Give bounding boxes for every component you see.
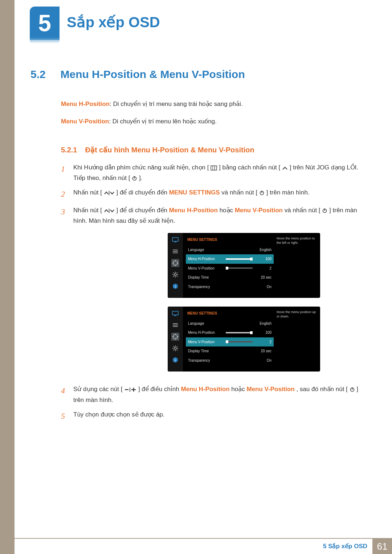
svg-line-40 bbox=[177, 350, 177, 350]
osd-value: On bbox=[256, 284, 271, 290]
term-h-position: Menu H-Position bbox=[61, 100, 110, 107]
svg-rect-11 bbox=[172, 238, 178, 241]
page-content: 5.2 Menu H-Position & Menu V-Position Me… bbox=[30, 68, 367, 427]
osd-label: Language bbox=[188, 320, 223, 327]
resize-icon bbox=[171, 259, 179, 267]
chapter-number-tab: 5 bbox=[30, 7, 60, 40]
osd-sidebar: i bbox=[168, 307, 183, 372]
page-number: 61 bbox=[372, 539, 392, 554]
page-footer: 5 Sắp xếp OSD 61 bbox=[0, 538, 392, 554]
osd-label: Display Time bbox=[188, 348, 223, 354]
slider-icon bbox=[226, 332, 253, 333]
step2-text-c: và nhấn nút [ bbox=[221, 189, 257, 196]
power-icon bbox=[350, 387, 355, 392]
svg-line-23 bbox=[177, 276, 177, 277]
list-icon bbox=[171, 321, 179, 329]
monitor-icon bbox=[171, 236, 179, 244]
minus-plus-icon bbox=[124, 387, 136, 392]
step3-mid: hoặc bbox=[220, 207, 235, 214]
term-v-position: Menu V-Position bbox=[61, 118, 109, 125]
step1-text-a: Khi Hướng dẫn phím chức năng xuất hiện, … bbox=[73, 164, 209, 171]
osd-row-v-position: Menu V-Position2 bbox=[186, 264, 274, 273]
osd-label: Display Time bbox=[188, 274, 223, 281]
svg-text:i: i bbox=[175, 358, 176, 362]
svg-line-25 bbox=[177, 272, 177, 273]
slider-icon bbox=[226, 341, 253, 342]
osd-row-h-position: Menu H-Position100 bbox=[186, 328, 274, 337]
up-chevron-icon bbox=[282, 166, 288, 171]
power-icon bbox=[322, 208, 327, 213]
osd-label: Transparency bbox=[188, 357, 223, 364]
kw-menu-settings: MENU SETTINGS bbox=[169, 189, 220, 196]
page-side-stripe bbox=[0, 0, 15, 554]
section-heading: 5.2 Menu H-Position & Menu V-Position bbox=[30, 68, 367, 81]
step3-text-b: ] để di chuyển đến bbox=[116, 207, 169, 214]
chapter-number: 5 bbox=[38, 10, 51, 37]
osd-row-v-position: Menu V-Position2 bbox=[186, 337, 274, 347]
step1-text-b: ] bằng cách nhấn nút [ bbox=[219, 164, 280, 171]
step-number: 2 bbox=[61, 187, 73, 201]
kw-menu-h-position: Menu H-Position bbox=[169, 207, 218, 214]
svg-rect-0 bbox=[211, 166, 217, 170]
step-4: 4 Sử dụng các nút [ ] để điều chỉnh Menu… bbox=[61, 384, 367, 406]
power-icon bbox=[259, 190, 265, 196]
step1-text-e: ]. bbox=[139, 175, 142, 181]
step2-text-b: ] để di chuyển đến bbox=[116, 189, 169, 196]
slider-icon bbox=[226, 258, 253, 260]
osd-value: 2 bbox=[256, 339, 271, 345]
osd-screenshots: i MENU SETTINGS LanguageEnglish Menu H-P… bbox=[168, 233, 367, 372]
osd-label: Menu H-Position bbox=[188, 329, 223, 336]
osd-row-display-time: Display Time20 sec bbox=[186, 273, 274, 282]
up-down-chevron-icon bbox=[104, 208, 115, 213]
svg-rect-33 bbox=[173, 335, 177, 338]
step4-mid: hoặc bbox=[231, 386, 246, 393]
step-number: 3 bbox=[61, 205, 73, 219]
svg-line-39 bbox=[173, 346, 174, 347]
gear-icon bbox=[171, 271, 179, 279]
svg-line-22 bbox=[173, 272, 174, 273]
step-3: 3 Nhấn nút [ ] để di chuyển đến Menu H-P… bbox=[61, 205, 367, 381]
svg-line-41 bbox=[173, 350, 174, 350]
osd-label: Language bbox=[188, 247, 223, 253]
step3-text-c: và nhấn nút [ bbox=[285, 207, 320, 214]
monitor-icon bbox=[171, 309, 179, 317]
step-number: 1 bbox=[61, 162, 73, 176]
footer-label: 5 Sắp xếp OSD bbox=[318, 539, 372, 554]
section-title: Menu H-Position & Menu V-Position bbox=[60, 68, 245, 80]
step-number: 4 bbox=[61, 384, 73, 398]
step4-text-c: , sau đó nhấn nút [ bbox=[296, 386, 347, 393]
svg-rect-28 bbox=[172, 311, 178, 315]
osd-row-language: LanguageEnglish bbox=[186, 245, 274, 255]
desc-h-text: : Di chuyển vị trí menu sang trái hoặc s… bbox=[110, 100, 243, 107]
step1-text-d: Tiếp theo, nhấn nút [ bbox=[73, 175, 130, 181]
subsection-number: 5.2.1 bbox=[61, 146, 83, 154]
svg-point-17 bbox=[174, 274, 176, 276]
menu-grid-icon bbox=[211, 165, 217, 171]
osd-value: 20 sec bbox=[256, 274, 271, 281]
osd-sidebar: i bbox=[168, 233, 183, 298]
kw-menu-v-position: Menu V-Position bbox=[235, 207, 283, 214]
list-icon bbox=[171, 247, 179, 255]
kw-menu-v-position: Menu V-Position bbox=[246, 386, 294, 393]
section-number: 5.2 bbox=[30, 68, 59, 81]
osd-label: Menu V-Position bbox=[188, 339, 223, 345]
step4-text-b: ] để điều chỉnh bbox=[138, 386, 181, 393]
osd-panel-v: i MENU SETTINGS LanguageEnglish Menu H-P… bbox=[168, 307, 320, 372]
kw-menu-h-position: Menu H-Position bbox=[181, 386, 230, 393]
osd-value: English bbox=[256, 247, 271, 253]
osd-row-display-time: Display Time20 sec bbox=[186, 346, 274, 356]
osd-row-h-position: Menu H-Position100 bbox=[186, 254, 274, 264]
steps-list: 1 Khi Hướng dẫn phím chức năng xuất hiện… bbox=[61, 162, 367, 423]
osd-row-transparency: TransparencyOn bbox=[186, 356, 274, 365]
svg-text:i: i bbox=[175, 284, 176, 288]
info-icon: i bbox=[171, 282, 179, 290]
chapter-title: Sắp xếp OSD bbox=[67, 14, 160, 30]
subsection-heading: 5.2.1 Đặt cấu hình Menu H-Position & Men… bbox=[61, 145, 367, 154]
osd-value: 2 bbox=[256, 265, 271, 272]
section-description: Menu H-Position: Di chuyển vị trí menu s… bbox=[61, 99, 367, 127]
up-down-chevron-icon bbox=[104, 190, 115, 196]
osd-value: English bbox=[256, 320, 271, 327]
step4-text-a: Sử dụng các nút [ bbox=[73, 386, 122, 393]
osd-value: On bbox=[256, 357, 271, 364]
osd-row-transparency: TransparencyOn bbox=[186, 282, 274, 292]
